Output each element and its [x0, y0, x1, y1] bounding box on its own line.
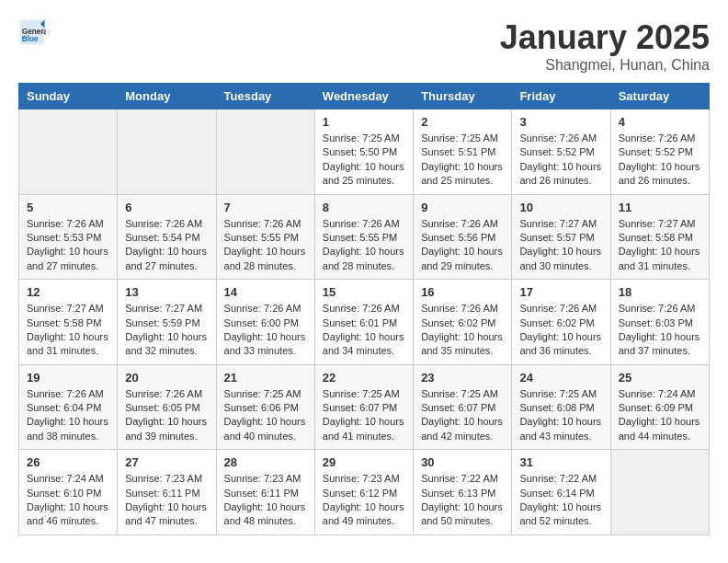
day-info-line: Daylight: 10 hours and 35 minutes. [421, 330, 504, 359]
calendar-week-row: 26Sunrise: 7:24 AMSunset: 6:10 PMDayligh… [19, 450, 710, 535]
calendar-cell: 6Sunrise: 7:26 AMSunset: 5:54 PMDaylight… [118, 194, 216, 280]
day-number: 10 [519, 201, 602, 214]
day-info-line: Sunset: 5:55 PM [224, 231, 307, 245]
day-number: 14 [224, 285, 307, 299]
day-info: Sunrise: 7:26 AMSunset: 6:05 PMDaylight:… [125, 387, 208, 444]
page-header: General Blue January 2025 Shangmei, Huna… [18, 18, 710, 74]
day-info-line: Daylight: 10 hours and 49 minutes. [323, 500, 405, 529]
weekday-header-cell: Saturday [610, 84, 709, 109]
day-number: 19 [27, 371, 109, 385]
calendar-cell [610, 450, 709, 535]
weekday-header-cell: Friday [512, 84, 610, 109]
calendar-cell: 12Sunrise: 7:27 AMSunset: 5:58 PMDayligh… [19, 280, 118, 365]
calendar-cell: 31Sunrise: 7:22 AMSunset: 6:14 PMDayligh… [512, 450, 610, 535]
day-number: 8 [323, 201, 405, 214]
calendar-table: SundayMondayTuesdayWednesdayThursdayFrid… [18, 83, 710, 535]
day-info-line: Sunrise: 7:25 AM [323, 387, 405, 401]
calendar-cell: 25Sunrise: 7:24 AMSunset: 6:09 PMDayligh… [610, 364, 709, 450]
day-info-line: Sunrise: 7:26 AM [421, 302, 504, 316]
calendar-cell: 21Sunrise: 7:25 AMSunset: 6:06 PMDayligh… [216, 364, 314, 450]
day-number: 15 [323, 285, 405, 299]
calendar-cell: 2Sunrise: 7:25 AMSunset: 5:51 PMDaylight… [414, 109, 512, 195]
day-info: Sunrise: 7:26 AMSunset: 5:55 PMDaylight:… [224, 217, 307, 274]
day-info: Sunrise: 7:26 AMSunset: 6:03 PMDaylight:… [619, 302, 701, 359]
day-number: 9 [421, 201, 504, 214]
day-info-line: Sunrise: 7:26 AM [619, 302, 701, 316]
day-info: Sunrise: 7:25 AMSunset: 6:07 PMDaylight:… [421, 387, 504, 444]
day-info: Sunrise: 7:27 AMSunset: 5:57 PMDaylight:… [519, 217, 602, 274]
calendar-week-row: 12Sunrise: 7:27 AMSunset: 5:58 PMDayligh… [19, 280, 710, 365]
logo-icon: General Blue [18, 18, 46, 46]
calendar-cell: 20Sunrise: 7:26 AMSunset: 6:05 PMDayligh… [118, 364, 216, 450]
day-info-line: Daylight: 10 hours and 43 minutes. [519, 415, 602, 443]
day-info-line: Sunrise: 7:26 AM [27, 217, 109, 231]
day-info-line: Daylight: 10 hours and 36 minutes. [519, 330, 602, 359]
day-info-line: Sunset: 6:02 PM [519, 316, 602, 330]
day-info-line: Sunset: 6:09 PM [619, 401, 701, 415]
day-info: Sunrise: 7:24 AMSunset: 6:09 PMDaylight:… [619, 387, 701, 444]
day-info-line: Daylight: 10 hours and 31 minutes. [27, 330, 109, 359]
day-info: Sunrise: 7:25 AMSunset: 5:51 PMDaylight:… [421, 132, 504, 189]
day-info-line: Sunrise: 7:25 AM [519, 387, 602, 401]
day-info-line: Daylight: 10 hours and 48 minutes. [224, 500, 307, 529]
calendar-cell: 29Sunrise: 7:23 AMSunset: 6:12 PMDayligh… [314, 450, 413, 535]
calendar-cell: 4Sunrise: 7:26 AMSunset: 5:52 PMDaylight… [610, 109, 709, 195]
day-info-line: Daylight: 10 hours and 34 minutes. [323, 330, 405, 359]
day-info-line: Sunset: 6:10 PM [27, 487, 109, 500]
weekday-header-cell: Thursday [414, 84, 512, 109]
day-info: Sunrise: 7:22 AMSunset: 6:13 PMDaylight:… [421, 472, 504, 529]
day-info: Sunrise: 7:26 AMSunset: 5:56 PMDaylight:… [421, 217, 504, 274]
calendar-cell: 10Sunrise: 7:27 AMSunset: 5:57 PMDayligh… [512, 194, 610, 280]
day-number: 28 [224, 455, 307, 469]
day-info-line: Sunset: 5:52 PM [519, 145, 602, 159]
day-info-line: Sunset: 5:57 PM [519, 231, 602, 245]
svg-text:Blue: Blue [22, 35, 39, 43]
day-info-line: Sunrise: 7:25 AM [421, 132, 504, 145]
day-info-line: Daylight: 10 hours and 37 minutes. [619, 330, 701, 359]
day-number: 5 [27, 201, 109, 214]
day-info: Sunrise: 7:26 AMSunset: 6:00 PMDaylight:… [224, 302, 307, 359]
day-info-line: Daylight: 10 hours and 46 minutes. [27, 500, 109, 529]
weekday-header-cell: Monday [118, 84, 216, 109]
day-info: Sunrise: 7:23 AMSunset: 6:11 PMDaylight:… [125, 472, 208, 529]
day-info-line: Daylight: 10 hours and 31 minutes. [619, 245, 701, 273]
day-info-line: Daylight: 10 hours and 38 minutes. [27, 415, 109, 443]
day-info-line: Sunset: 5:53 PM [27, 231, 109, 245]
day-number: 25 [619, 371, 701, 385]
day-info-line: Daylight: 10 hours and 39 minutes. [125, 415, 208, 443]
calendar-cell [19, 109, 118, 195]
day-info-line: Sunrise: 7:22 AM [519, 472, 602, 486]
day-number: 2 [421, 115, 504, 129]
day-info-line: Sunrise: 7:27 AM [519, 217, 602, 231]
day-info: Sunrise: 7:26 AMSunset: 5:55 PMDaylight:… [323, 217, 405, 274]
weekday-header-cell: Sunday [19, 84, 118, 109]
calendar-cell: 18Sunrise: 7:26 AMSunset: 6:03 PMDayligh… [610, 280, 709, 365]
day-number: 20 [125, 371, 208, 385]
calendar-cell: 17Sunrise: 7:26 AMSunset: 6:02 PMDayligh… [512, 280, 610, 365]
day-info: Sunrise: 7:26 AMSunset: 6:02 PMDaylight:… [421, 302, 504, 359]
day-info-line: Sunset: 6:05 PM [125, 401, 208, 415]
day-info-line: Daylight: 10 hours and 29 minutes. [421, 245, 504, 273]
day-info-line: Sunrise: 7:26 AM [421, 217, 504, 231]
calendar-cell: 7Sunrise: 7:26 AMSunset: 5:55 PMDaylight… [216, 194, 314, 280]
day-info-line: Sunrise: 7:23 AM [125, 472, 208, 486]
day-info: Sunrise: 7:26 AMSunset: 5:54 PMDaylight:… [125, 217, 208, 274]
day-info-line: Sunset: 6:02 PM [421, 316, 504, 330]
day-info-line: Daylight: 10 hours and 52 minutes. [519, 500, 602, 529]
day-info: Sunrise: 7:25 AMSunset: 6:08 PMDaylight:… [519, 387, 602, 444]
day-info: Sunrise: 7:24 AMSunset: 6:10 PMDaylight:… [27, 472, 109, 529]
calendar-cell: 28Sunrise: 7:23 AMSunset: 6:11 PMDayligh… [216, 450, 314, 535]
calendar-cell: 9Sunrise: 7:26 AMSunset: 5:56 PMDaylight… [414, 194, 512, 280]
calendar-cell: 11Sunrise: 7:27 AMSunset: 5:58 PMDayligh… [610, 194, 709, 280]
day-info: Sunrise: 7:27 AMSunset: 5:59 PMDaylight:… [125, 302, 208, 359]
day-info: Sunrise: 7:27 AMSunset: 5:58 PMDaylight:… [27, 302, 109, 359]
day-info: Sunrise: 7:23 AMSunset: 6:12 PMDaylight:… [323, 472, 405, 529]
day-info-line: Daylight: 10 hours and 28 minutes. [224, 245, 307, 273]
month-title: January 2025 [500, 18, 710, 57]
day-number: 1 [323, 115, 405, 129]
day-info: Sunrise: 7:25 AMSunset: 6:06 PMDaylight:… [224, 387, 307, 444]
day-number: 23 [421, 371, 504, 385]
day-info-line: Daylight: 10 hours and 25 minutes. [323, 160, 405, 189]
day-info-line: Daylight: 10 hours and 47 minutes. [125, 500, 208, 529]
day-number: 6 [125, 201, 208, 214]
